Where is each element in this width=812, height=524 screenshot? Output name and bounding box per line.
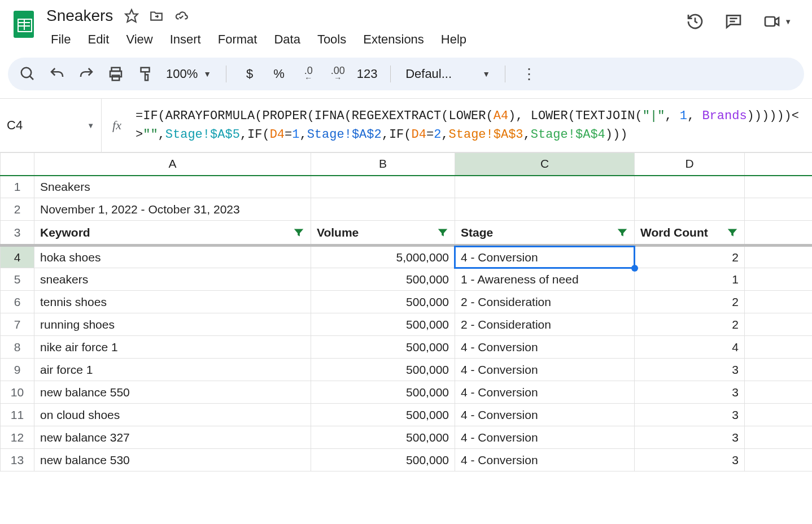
row-header[interactable]: 10 — [1, 381, 34, 404]
filter-icon[interactable] — [616, 226, 628, 239]
cell-E5[interactable] — [745, 268, 813, 291]
cell-C7[interactable]: 2 - Consideration — [455, 313, 635, 336]
menu-extensions[interactable]: Extensions — [355, 29, 432, 50]
cell-A12[interactable]: new balance 327 — [34, 426, 311, 449]
redo-icon[interactable] — [78, 66, 95, 82]
cell-E6[interactable] — [745, 291, 813, 313]
star-icon[interactable] — [124, 8, 139, 23]
cell-A1[interactable]: Sneakers — [34, 176, 311, 198]
row-header[interactable]: 5 — [1, 268, 34, 291]
menu-file[interactable]: File — [43, 29, 78, 50]
column-header-B[interactable]: B — [311, 153, 455, 176]
row-header[interactable]: 9 — [1, 359, 34, 381]
name-box[interactable]: C4 ▼ — [0, 99, 102, 152]
filter-icon[interactable] — [436, 226, 449, 239]
cell-B3[interactable]: Volume — [311, 221, 455, 246]
cell-C6[interactable]: 2 - Consideration — [455, 291, 635, 313]
meet-icon[interactable] — [763, 12, 781, 30]
cell-D3[interactable]: Word Count — [635, 221, 745, 246]
cell-D8[interactable]: 4 — [635, 336, 745, 359]
row-header[interactable]: 4 — [1, 246, 34, 268]
column-header-A[interactable]: A — [34, 153, 311, 176]
cell-A4[interactable]: hoka shoes — [34, 246, 311, 268]
cell-D2[interactable] — [635, 198, 745, 221]
cell-A13[interactable]: new balance 530 — [34, 449, 311, 471]
cell-C10[interactable]: 4 - Conversion — [455, 381, 635, 404]
cell-E8[interactable] — [745, 336, 813, 359]
cell-C11[interactable]: 4 - Conversion — [455, 404, 635, 426]
cell-A7[interactable]: running shoes — [34, 313, 311, 336]
menu-edit[interactable]: Edit — [80, 29, 117, 50]
cell-D5[interactable]: 1 — [635, 268, 745, 291]
cell-E12[interactable] — [745, 426, 813, 449]
cell-D11[interactable]: 3 — [635, 404, 745, 426]
zoom-dropdown[interactable]: 100% ▼ — [166, 67, 211, 81]
cell-C13[interactable]: 4 - Conversion — [455, 449, 635, 471]
filter-icon[interactable] — [293, 226, 305, 239]
cell-A2[interactable]: November 1, 2022 - October 31, 2023 — [34, 198, 311, 221]
row-header[interactable]: 11 — [1, 404, 34, 426]
cell-A11[interactable]: on cloud shoes — [34, 404, 311, 426]
decrease-decimal-button[interactable]: .0← — [300, 66, 317, 82]
cell-A9[interactable]: air force 1 — [34, 359, 311, 381]
cell-C9[interactable]: 4 - Conversion — [455, 359, 635, 381]
menu-insert[interactable]: Insert — [162, 29, 209, 50]
menu-view[interactable]: View — [118, 29, 160, 50]
meet-dropdown-icon[interactable]: ▼ — [784, 18, 792, 26]
cell-C5[interactable]: 1 - Awareness of need — [455, 268, 635, 291]
undo-icon[interactable] — [49, 66, 66, 82]
cell-C4[interactable]: 4 - Conversion — [455, 246, 635, 268]
cell-B7[interactable]: 500,000 — [311, 313, 455, 336]
number-format-button[interactable]: 123 — [359, 66, 376, 82]
cloud-check-icon[interactable] — [174, 8, 189, 23]
column-header-D[interactable]: D — [635, 153, 745, 176]
percent-format-button[interactable]: % — [270, 66, 287, 82]
cell-E4[interactable] — [745, 246, 813, 268]
formula-input[interactable]: =IF(ARRAYFORMULA(PROPER(IFNA(REGEXEXTRAC… — [132, 99, 812, 152]
row-header[interactable]: 12 — [1, 426, 34, 449]
cell-D12[interactable]: 3 — [635, 426, 745, 449]
more-icon[interactable]: ⋮ — [520, 66, 537, 82]
cell-E11[interactable] — [745, 404, 813, 426]
menu-help[interactable]: Help — [433, 29, 474, 50]
cell-C1[interactable] — [455, 176, 635, 198]
cell-D10[interactable]: 3 — [635, 381, 745, 404]
cell-E3[interactable] — [745, 221, 813, 246]
cell-B6[interactable]: 500,000 — [311, 291, 455, 313]
cell-E2[interactable] — [745, 198, 813, 221]
print-icon[interactable] — [107, 66, 124, 82]
cell-D7[interactable]: 2 — [635, 313, 745, 336]
cell-C8[interactable]: 4 - Conversion — [455, 336, 635, 359]
column-header-C[interactable]: C — [455, 153, 635, 176]
row-header[interactable]: 6 — [1, 291, 34, 313]
menu-format[interactable]: Format — [210, 29, 265, 50]
cell-A10[interactable]: new balance 550 — [34, 381, 311, 404]
row-header[interactable]: 13 — [1, 449, 34, 471]
history-icon[interactable] — [686, 12, 704, 30]
row-header[interactable]: 3 — [1, 221, 34, 246]
cell-B5[interactable]: 500,000 — [311, 268, 455, 291]
menu-tools[interactable]: Tools — [309, 29, 354, 50]
cell-D6[interactable]: 2 — [635, 291, 745, 313]
cell-C3[interactable]: Stage — [455, 221, 635, 246]
cell-E13[interactable] — [745, 449, 813, 471]
currency-format-button[interactable]: $ — [241, 66, 258, 82]
cell-A3[interactable]: Keyword — [34, 221, 311, 246]
spreadsheet-grid[interactable]: A B C D 1 Sneakers 2 November 1, 2022 - … — [0, 152, 812, 471]
cell-E1[interactable] — [745, 176, 813, 198]
cell-E7[interactable] — [745, 313, 813, 336]
filter-icon[interactable] — [726, 226, 739, 239]
cell-C2[interactable] — [455, 198, 635, 221]
cell-E9[interactable] — [745, 359, 813, 381]
font-family-dropdown[interactable]: Defaul... ▼ — [405, 67, 490, 81]
cell-B1[interactable] — [311, 176, 455, 198]
cell-A5[interactable]: sneakers — [34, 268, 311, 291]
cell-E10[interactable] — [745, 381, 813, 404]
select-all-corner[interactable] — [1, 153, 34, 176]
selection-handle[interactable] — [631, 265, 638, 272]
search-icon[interactable] — [19, 66, 36, 82]
cell-D1[interactable] — [635, 176, 745, 198]
row-header[interactable]: 8 — [1, 336, 34, 359]
cell-B2[interactable] — [311, 198, 455, 221]
cell-B10[interactable]: 500,000 — [311, 381, 455, 404]
